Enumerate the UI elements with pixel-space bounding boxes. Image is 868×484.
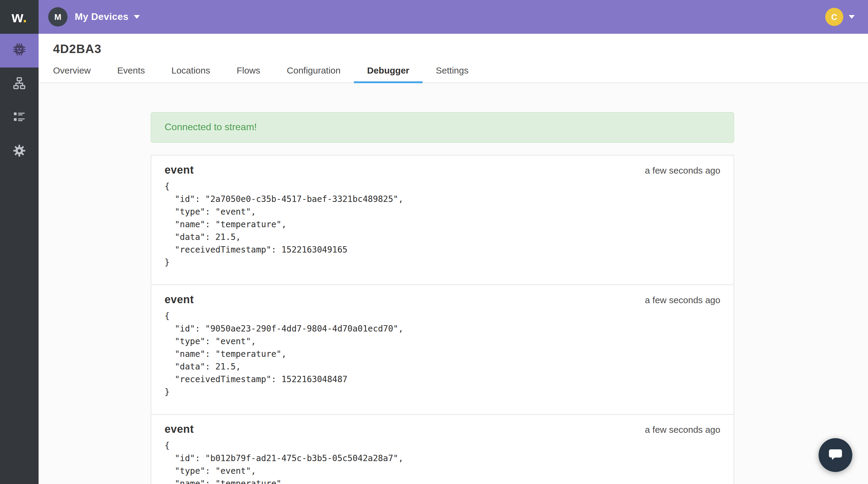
chevron-down-icon xyxy=(134,15,140,19)
event-title: event xyxy=(164,294,194,306)
event-card-header: event a few seconds ago xyxy=(164,294,720,306)
page-title: 4D2BA3 xyxy=(53,42,868,56)
debugger-panel: Connected to stream! event a few seconds… xyxy=(38,83,868,484)
flow-icon xyxy=(12,76,27,93)
sidebar-item-logs[interactable] xyxy=(0,101,38,135)
event-title: event xyxy=(164,164,194,177)
event-card-header: event a few seconds ago xyxy=(164,164,720,177)
main-content: 4D2BA3 Overview Events Locations Flows C… xyxy=(38,34,868,484)
event-json: { "id": "9050ae23-290f-4dd7-9804-4d70a01… xyxy=(164,310,720,398)
event-timestamp: a few seconds ago xyxy=(645,295,720,305)
gear-icon xyxy=(12,144,27,160)
chat-launcher-button[interactable] xyxy=(818,438,852,472)
chat-bubble-icon xyxy=(828,446,843,464)
user-avatar: C xyxy=(825,8,843,26)
event-card: event a few seconds ago { "id": "b012b79… xyxy=(151,414,734,484)
sidebar xyxy=(0,34,38,484)
user-menu[interactable]: C xyxy=(825,8,855,26)
tab-events[interactable]: Events xyxy=(104,61,158,83)
sidebar-item-flows[interactable] xyxy=(0,67,38,101)
stream-status-banner: Connected to stream! xyxy=(151,112,734,143)
tab-flows[interactable]: Flows xyxy=(223,61,273,83)
chip-icon xyxy=(12,42,27,59)
event-timestamp: a few seconds ago xyxy=(645,165,720,175)
event-title: event xyxy=(164,423,194,436)
logs-icon xyxy=(12,110,27,127)
event-timestamp: a few seconds ago xyxy=(645,424,720,434)
chevron-down-icon xyxy=(849,15,855,19)
app-logo[interactable]: w. xyxy=(0,0,38,34)
event-json: { "id": "b012b79f-ad21-475c-b3b5-05c5042… xyxy=(164,440,720,484)
logo-dot: . xyxy=(23,8,27,25)
workspace-label: My Devices xyxy=(75,11,128,22)
event-stream: Connected to stream! event a few seconds… xyxy=(151,112,734,484)
tab-locations[interactable]: Locations xyxy=(158,61,223,83)
event-card-header: event a few seconds ago xyxy=(164,423,720,436)
tab-debugger[interactable]: Debugger xyxy=(354,61,423,83)
event-json: { "id": "2a7050e0-c35b-4517-baef-3321bc4… xyxy=(164,180,720,269)
device-tabs: Overview Events Locations Flows Configur… xyxy=(40,61,868,83)
tab-configuration[interactable]: Configuration xyxy=(274,61,354,83)
topbar: w. M My Devices C xyxy=(0,0,868,34)
workspace-switcher[interactable]: M My Devices xyxy=(48,7,140,27)
event-card: event a few seconds ago { "id": "9050ae2… xyxy=(151,284,734,415)
sidebar-item-devices[interactable] xyxy=(0,34,38,67)
tab-settings[interactable]: Settings xyxy=(423,61,482,83)
sidebar-item-settings[interactable] xyxy=(0,135,38,169)
app-root: w. M My Devices C xyxy=(0,0,868,484)
device-header: 4D2BA3 Overview Events Locations Flows C… xyxy=(38,34,868,83)
workspace-avatar: M xyxy=(48,7,67,27)
event-card: event a few seconds ago { "id": "2a7050e… xyxy=(151,155,734,285)
tab-overview[interactable]: Overview xyxy=(40,61,104,83)
logo-text: w. xyxy=(12,9,27,24)
